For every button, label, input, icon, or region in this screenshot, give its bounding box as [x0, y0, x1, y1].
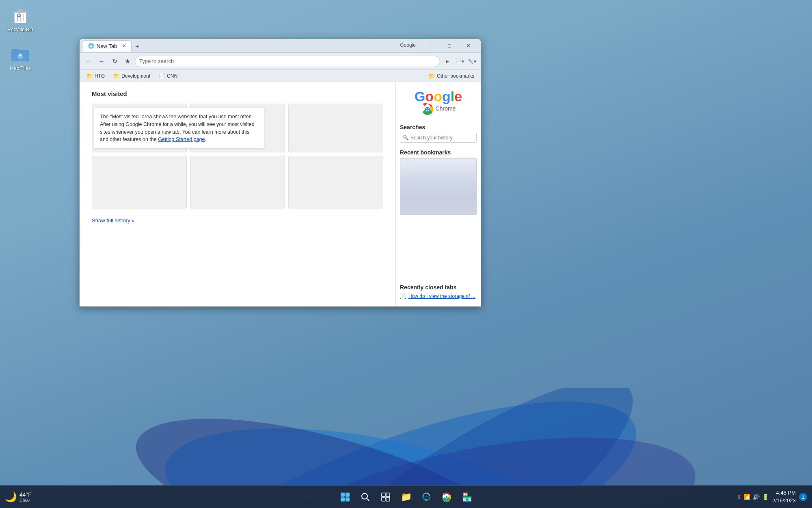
taskbar-right: ⇧ 📶 🔊 🔋 4:48 PM 2/16/2023 1 [737, 489, 807, 504]
taskbar-left: 🌙 44°F Clear [5, 491, 32, 503]
svg-rect-22 [386, 493, 390, 497]
taskbar-search-icon [361, 493, 370, 501]
svg-point-32 [122, 388, 528, 485]
tray-up-arrow[interactable]: ⇧ [737, 494, 741, 500]
main-content-area: Most visited The "Most visited" area sho… [80, 82, 395, 306]
clock-date: 2/16/2023 [772, 497, 796, 504]
bookmark-htg-label: HTG [95, 73, 105, 79]
svg-rect-21 [382, 493, 385, 497]
svg-point-31 [229, 388, 664, 485]
bookmark-development-icon: 📁 [113, 73, 120, 79]
desktop: ♻ Recycle Bin Mac Files 🌐 [0, 0, 812, 508]
tab-favicon: 🌐 [88, 43, 94, 49]
chrome-taskbar-icon [442, 492, 451, 502]
tabs-area: 🌐 New Tab ✕ ＋ [83, 40, 421, 52]
svg-point-29 [152, 388, 660, 485]
file-explorer-button[interactable]: 📁 [397, 488, 415, 506]
wrench-menu-button[interactable]: 🔧▾ [466, 56, 477, 67]
recycle-bin-image: ♻ [11, 6, 30, 25]
minimize-button[interactable]: ─ [421, 39, 440, 53]
google-chrome-logo: Google Chrome [400, 89, 477, 116]
windows-start-icon [340, 492, 350, 502]
svg-rect-16 [346, 493, 350, 497]
browser-title: Google [400, 42, 416, 48]
svg-rect-15 [341, 493, 345, 497]
store-button[interactable]: 🏪 [458, 488, 476, 506]
chrome-subtitle: Chrome [436, 105, 456, 112]
new-tab-button[interactable]: ＋ [132, 42, 143, 52]
other-bookmarks-icon: 📁 [428, 73, 435, 79]
notification-badge[interactable]: 1 [799, 493, 807, 501]
maximize-button[interactable]: □ [440, 39, 459, 53]
recycle-bin-icon[interactable]: ♻ Recycle Bin [4, 4, 37, 34]
chrome-logo-icon [421, 103, 434, 116]
reload-button[interactable]: ↻ [109, 56, 120, 67]
logo-o1: o [425, 89, 434, 104]
system-tray-icons: ⇧ 📶 🔊 🔋 [737, 494, 769, 500]
clock-time: 4:48 PM [772, 489, 796, 497]
wallpaper-swirl-svg [0, 388, 812, 485]
edge-icon [421, 492, 431, 502]
clock-display[interactable]: 4:48 PM 2/16/2023 [772, 489, 796, 504]
right-sidebar: Google Chrome [395, 82, 481, 306]
active-tab[interactable]: 🌐 New Tab ✕ [83, 40, 132, 52]
other-bookmarks-label: Other bookmarks [437, 73, 474, 79]
bookmark-cnn[interactable]: 📄 CNN [155, 72, 181, 80]
bookmarks-bar: 📁 HTG 📁 Development 📄 CNN 📁 Other bookma… [80, 70, 481, 82]
tab-label: New Tab [97, 43, 117, 49]
edge-button[interactable] [417, 488, 435, 506]
recent-bookmarks-area [400, 158, 477, 215]
weather-icon: 🌙 [5, 491, 17, 503]
window-controls: ─ □ ✕ [421, 39, 477, 53]
page-menu-button[interactable]: 📄▾ [454, 56, 465, 67]
history-search-input[interactable] [410, 135, 474, 141]
info-box-end: . [205, 137, 206, 142]
getting-started-link[interactable]: Getting Started page [158, 137, 205, 142]
svg-line-20 [367, 498, 369, 501]
taskbar-search-button[interactable] [356, 488, 374, 506]
taskbar-center: 📁 🏪 [336, 488, 476, 506]
thumbnail-3[interactable] [288, 104, 383, 152]
bookmark-development[interactable]: 📁 Development [110, 72, 153, 80]
thumbnail-4[interactable] [92, 156, 187, 208]
logo-g: G [415, 89, 425, 104]
svg-rect-17 [341, 497, 345, 501]
recently-closed-title: Recently closed tabs [400, 284, 477, 291]
thumbnails-grid: The "Most visited" area shows the websit… [92, 104, 383, 208]
mac-files-label: Mac Files [10, 65, 30, 71]
title-bar: 🌐 New Tab ✕ ＋ Google ─ □ ✕ [80, 39, 481, 53]
bookmark-star-button[interactable]: ★ [122, 56, 133, 67]
recent-bookmarks-title: Recent bookmarks [400, 149, 477, 156]
weather-widget[interactable]: 🌙 44°F Clear [5, 491, 32, 503]
forward-button[interactable]: → [96, 56, 107, 67]
svg-rect-24 [386, 497, 390, 501]
svg-point-30 [154, 402, 577, 485]
svg-point-33 [268, 411, 706, 485]
task-view-button[interactable] [377, 488, 395, 506]
searches-title: Searches [400, 124, 477, 130]
taskbar-wallpaper-decoration [0, 388, 812, 485]
tray-battery-icon[interactable]: 🔋 [762, 494, 769, 500]
thumbnail-6[interactable] [288, 156, 383, 208]
address-bar-container [135, 56, 440, 67]
back-button[interactable]: ← [83, 56, 94, 67]
browser-window: 🌐 New Tab ✕ ＋ Google ─ □ ✕ ← → ↻ ★ [79, 39, 481, 307]
other-bookmarks[interactable]: 📁 Other bookmarks [425, 72, 477, 80]
close-tab-button[interactable]: ✕ [122, 43, 126, 49]
address-bar[interactable] [135, 56, 440, 67]
most-visited-info-box: The "Most visited" area shows the websit… [94, 108, 264, 149]
go-button[interactable]: ► [442, 56, 453, 67]
mac-files-image [11, 44, 30, 64]
thumbnail-5[interactable] [190, 156, 285, 208]
tray-network-icon[interactable]: 📶 [743, 494, 750, 500]
start-button[interactable] [336, 488, 354, 506]
chrome-taskbar-button[interactable] [438, 488, 456, 506]
close-button[interactable]: ✕ [459, 39, 477, 53]
navigation-bar: ← → ↻ ★ ► 📄▾ 🔧▾ [80, 53, 481, 70]
bookmark-htg[interactable]: 📁 HTG [83, 72, 108, 80]
history-search-icon: 🔍 [403, 135, 409, 141]
show-full-history-link[interactable]: Show full history » [92, 217, 135, 224]
mac-files-icon[interactable]: Mac Files [4, 43, 37, 73]
tray-sound-icon[interactable]: 🔊 [753, 494, 760, 500]
closed-tab-item[interactable]: 📄 How do I view the storage of ... [400, 293, 477, 300]
